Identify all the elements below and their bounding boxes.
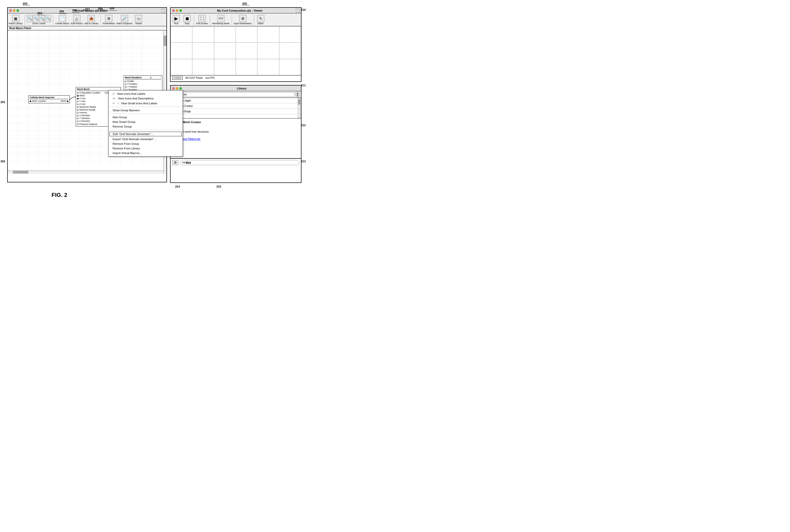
add-to-library-button[interactable]: 📥 Add to Library xyxy=(84,15,98,25)
library-nav-dropdown[interactable]: Library xyxy=(178,92,295,97)
vc-1 xyxy=(171,26,192,42)
run-button[interactable]: ▶ Run xyxy=(172,15,181,25)
patch-inspector-button[interactable]: 🔎 Patch Inspector xyxy=(116,15,133,25)
lib-scroll-arrows[interactable]: ▲ ▼ xyxy=(296,92,299,97)
menu-item-new-group[interactable]: New Group xyxy=(109,115,183,119)
ann-204: 204 xyxy=(37,12,42,15)
run-icon: ▶ xyxy=(173,15,180,22)
zoom-levels-button[interactable]: 🔍 🔍 🔍 🔍 Zoom Levels xyxy=(27,15,51,25)
library-nav-header: ▦ Library ▲ ▼ xyxy=(171,91,301,98)
viewer-window: My Cool Composition.qtz - Viewer ▶ Run ◼… xyxy=(170,7,301,82)
list-item-mesh-creator[interactable]: ▦ Mesh Creator xyxy=(171,103,301,109)
menu-item-export-grid[interactable]: Export "Grid Normals Generator"… xyxy=(109,137,183,141)
minimize-button[interactable] xyxy=(13,9,16,12)
viewer-custom-dropdown[interactable]: Custom xyxy=(172,76,183,80)
create-macro-button[interactable]: 📄 Create Macro xyxy=(55,15,70,25)
rendering-mode-button[interactable]: ⟳↺ Rendering Mode xyxy=(212,15,230,25)
port-xdir: X Direction xyxy=(77,114,100,117)
viewer-title: My Cool Composition.qtz - Viewer xyxy=(184,9,296,12)
maximize-button[interactable] xyxy=(17,9,19,12)
context-menu[interactable]: □ View Icons And Labels □= View Icons An… xyxy=(108,90,183,157)
list-item-mesh-jiggle[interactable]: ▦ Mesh Jiggle xyxy=(171,98,301,103)
editor-button[interactable]: ✎ Editor xyxy=(256,15,265,25)
scroll-thumb-v[interactable] xyxy=(164,36,167,46)
stop-button[interactable]: ◼ Stop xyxy=(183,15,192,25)
viewer-window-controls xyxy=(172,9,182,12)
viewer-sep-2 xyxy=(210,15,210,25)
patch-inspector-label: Patch Inspector xyxy=(116,22,133,25)
parameters-button[interactable]: ⚙ Parameters xyxy=(103,15,115,25)
vc-17 xyxy=(258,59,279,75)
scroll-down-arrow[interactable]: ▼ xyxy=(296,95,299,97)
ann-212: 212 xyxy=(301,124,306,127)
remove-from-group-text: Remove From Group xyxy=(113,142,139,145)
viewer-close[interactable] xyxy=(172,9,175,12)
pd xyxy=(125,83,127,85)
detail-description: Creates a mesh from structures xyxy=(173,130,299,133)
view-icon-1: □ xyxy=(113,92,114,95)
menu-item-remove-group[interactable]: Remove Group xyxy=(109,124,183,129)
menu-item-new-smart-group[interactable]: New Smart Group xyxy=(109,119,183,124)
view-icons-desc-text: View Icons And Descriptions xyxy=(118,97,154,100)
menu-item-import-macros[interactable]: Import Virtual Macros… xyxy=(109,151,183,155)
close-button[interactable] xyxy=(9,9,12,12)
lib-list-scroll-thumb[interactable] xyxy=(298,99,300,104)
list-item-mesh-bulge[interactable]: ▦ Mesh Bulge xyxy=(171,109,301,114)
vc-3 xyxy=(214,26,236,42)
search-gear-button[interactable]: ⚙ xyxy=(172,160,178,165)
menu-section-edit: Edit "Grid Normals Generator"… Export "G… xyxy=(109,130,183,156)
scroll-up-arrow[interactable]: ▲ xyxy=(296,92,299,94)
custom-label: Custom xyxy=(173,77,182,79)
port-dot xyxy=(77,92,79,94)
vc-9 xyxy=(214,42,236,59)
menu-item-remove-from-group[interactable]: Remove From Group xyxy=(109,141,183,146)
edit-parent-button[interactable]: △ Edit Parent xyxy=(71,15,83,25)
menu-item-remove-from-library[interactable]: Remove From Library xyxy=(109,146,183,151)
port-dot xyxy=(77,103,79,105)
editor-scrollbar-horizontal[interactable] xyxy=(8,171,163,174)
vc-6 xyxy=(279,26,301,42)
zoom-icon-4: 🔍 xyxy=(45,15,51,22)
port-dot xyxy=(77,109,79,111)
menu-item-view-icons-labels[interactable]: □ View Icons And Labels xyxy=(109,92,183,96)
port-composition: Composition Location xyxy=(77,92,100,94)
collada-port-mesh-location: Mesh Location xyxy=(30,100,46,102)
detail-icon-row: ▦ Mesh Creator xyxy=(173,120,299,129)
edit-parent-icon: △ xyxy=(73,15,80,22)
viewer-resize xyxy=(296,9,299,12)
input-params-button[interactable]: ⚙ Input Parameters xyxy=(234,15,252,25)
menu-item-show-banners[interactable]: Show Group Banners xyxy=(109,108,183,113)
viewer-min[interactable] xyxy=(176,9,178,12)
zoom-icon-2: 🔍 xyxy=(33,15,39,22)
edit-parent-label: Edit Parent xyxy=(71,22,83,25)
lib-close[interactable] xyxy=(172,87,175,90)
vc-13 xyxy=(171,59,192,75)
viewer-button[interactable]: ▭ Viewer xyxy=(134,15,143,25)
vc-5 xyxy=(258,26,279,42)
menu-item-view-icons-desc[interactable]: □= View Icons And Descriptions xyxy=(109,96,183,101)
collada-patch[interactable]: Collada Mesh Importer Mesh Location Mesh xyxy=(29,95,70,103)
ann-205: 205 xyxy=(59,10,64,13)
vc-14 xyxy=(192,59,214,75)
fullscreen-button[interactable]: ⛶ Full-Screen xyxy=(196,15,208,25)
viewer-icon: ▭ xyxy=(135,15,142,22)
search-input-wrapper[interactable]: mesh ⊗ xyxy=(180,160,299,165)
lib-max[interactable] xyxy=(179,87,182,90)
port-mesh-in: Mesh xyxy=(77,94,100,97)
port-dot xyxy=(77,115,79,116)
menu-item-edit-grid[interactable]: Edit "Grid Normals Generator"… xyxy=(110,132,182,136)
vc-12 xyxy=(279,42,301,59)
lib-list-scrollbar[interactable] xyxy=(298,98,300,118)
scroll-thumb-h[interactable] xyxy=(13,171,29,174)
vc-7 xyxy=(171,42,192,59)
ann-209: 209 xyxy=(110,7,114,10)
vc-8 xyxy=(192,42,214,59)
menu-item-view-small-icons[interactable]: □ View Small Icons And Labels xyxy=(109,101,183,106)
vc-18 xyxy=(279,59,301,75)
lib-min[interactable] xyxy=(176,87,178,90)
viewer-max[interactable] xyxy=(179,9,182,12)
resize-handle xyxy=(161,9,165,12)
viewer-label: Viewer xyxy=(135,22,142,25)
patch-library-button[interactable]: ▦ Patch Library xyxy=(9,15,22,25)
port-preserve: Preserve Distance xyxy=(77,123,100,126)
